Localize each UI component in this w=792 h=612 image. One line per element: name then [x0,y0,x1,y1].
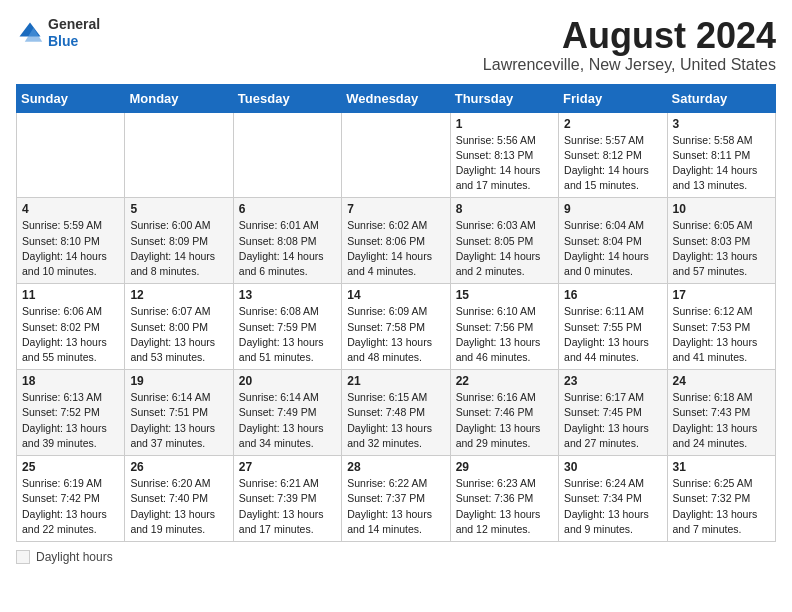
calendar-cell [17,112,125,198]
day-number: 4 [22,202,119,216]
day-info: Sunrise: 6:21 AM Sunset: 7:39 PM Dayligh… [239,476,336,537]
day-info: Sunrise: 6:00 AM Sunset: 8:09 PM Dayligh… [130,218,227,279]
day-number: 10 [673,202,770,216]
day-info: Sunrise: 6:11 AM Sunset: 7:55 PM Dayligh… [564,304,661,365]
calendar-cell: 3Sunrise: 5:58 AM Sunset: 8:11 PM Daylig… [667,112,775,198]
logo-general: General [48,16,100,32]
daylight-box [16,550,30,564]
calendar-cell: 18Sunrise: 6:13 AM Sunset: 7:52 PM Dayli… [17,370,125,456]
day-number: 12 [130,288,227,302]
day-number: 20 [239,374,336,388]
logo-blue: Blue [48,33,78,49]
day-info: Sunrise: 5:56 AM Sunset: 8:13 PM Dayligh… [456,133,553,194]
day-info: Sunrise: 6:20 AM Sunset: 7:40 PM Dayligh… [130,476,227,537]
logo-icon [16,19,44,47]
day-number: 3 [673,117,770,131]
day-info: Sunrise: 6:09 AM Sunset: 7:58 PM Dayligh… [347,304,444,365]
day-number: 11 [22,288,119,302]
calendar-cell [342,112,450,198]
footer-note: Daylight hours [16,550,776,564]
calendar-cell: 30Sunrise: 6:24 AM Sunset: 7:34 PM Dayli… [559,456,667,542]
calendar-cell: 2Sunrise: 5:57 AM Sunset: 8:12 PM Daylig… [559,112,667,198]
calendar: SundayMondayTuesdayWednesdayThursdayFrid… [16,84,776,542]
day-number: 28 [347,460,444,474]
day-info: Sunrise: 6:22 AM Sunset: 7:37 PM Dayligh… [347,476,444,537]
title-area: August 2024 Lawrenceville, New Jersey, U… [483,16,776,74]
weekday-header: Sunday [17,84,125,112]
day-number: 25 [22,460,119,474]
calendar-cell: 8Sunrise: 6:03 AM Sunset: 8:05 PM Daylig… [450,198,558,284]
day-number: 14 [347,288,444,302]
calendar-cell: 28Sunrise: 6:22 AM Sunset: 7:37 PM Dayli… [342,456,450,542]
day-info: Sunrise: 6:05 AM Sunset: 8:03 PM Dayligh… [673,218,770,279]
calendar-cell: 24Sunrise: 6:18 AM Sunset: 7:43 PM Dayli… [667,370,775,456]
weekday-header: Saturday [667,84,775,112]
calendar-cell: 13Sunrise: 6:08 AM Sunset: 7:59 PM Dayli… [233,284,341,370]
day-number: 26 [130,460,227,474]
calendar-cell: 25Sunrise: 6:19 AM Sunset: 7:42 PM Dayli… [17,456,125,542]
day-info: Sunrise: 6:10 AM Sunset: 7:56 PM Dayligh… [456,304,553,365]
calendar-week-row: 4Sunrise: 5:59 AM Sunset: 8:10 PM Daylig… [17,198,776,284]
day-info: Sunrise: 5:58 AM Sunset: 8:11 PM Dayligh… [673,133,770,194]
day-number: 2 [564,117,661,131]
day-number: 30 [564,460,661,474]
calendar-cell [125,112,233,198]
calendar-week-row: 18Sunrise: 6:13 AM Sunset: 7:52 PM Dayli… [17,370,776,456]
day-info: Sunrise: 6:13 AM Sunset: 7:52 PM Dayligh… [22,390,119,451]
day-info: Sunrise: 6:24 AM Sunset: 7:34 PM Dayligh… [564,476,661,537]
day-number: 27 [239,460,336,474]
day-number: 9 [564,202,661,216]
day-number: 7 [347,202,444,216]
subtitle: Lawrenceville, New Jersey, United States [483,56,776,74]
day-info: Sunrise: 5:59 AM Sunset: 8:10 PM Dayligh… [22,218,119,279]
calendar-cell: 5Sunrise: 6:00 AM Sunset: 8:09 PM Daylig… [125,198,233,284]
day-number: 17 [673,288,770,302]
calendar-cell: 7Sunrise: 6:02 AM Sunset: 8:06 PM Daylig… [342,198,450,284]
calendar-cell: 19Sunrise: 6:14 AM Sunset: 7:51 PM Dayli… [125,370,233,456]
day-number: 15 [456,288,553,302]
day-number: 19 [130,374,227,388]
day-number: 24 [673,374,770,388]
day-info: Sunrise: 6:15 AM Sunset: 7:48 PM Dayligh… [347,390,444,451]
calendar-cell: 1Sunrise: 5:56 AM Sunset: 8:13 PM Daylig… [450,112,558,198]
day-info: Sunrise: 5:57 AM Sunset: 8:12 PM Dayligh… [564,133,661,194]
calendar-cell: 15Sunrise: 6:10 AM Sunset: 7:56 PM Dayli… [450,284,558,370]
day-number: 1 [456,117,553,131]
calendar-cell: 23Sunrise: 6:17 AM Sunset: 7:45 PM Dayli… [559,370,667,456]
day-info: Sunrise: 6:14 AM Sunset: 7:49 PM Dayligh… [239,390,336,451]
calendar-cell: 10Sunrise: 6:05 AM Sunset: 8:03 PM Dayli… [667,198,775,284]
day-number: 31 [673,460,770,474]
calendar-cell: 9Sunrise: 6:04 AM Sunset: 8:04 PM Daylig… [559,198,667,284]
day-info: Sunrise: 6:06 AM Sunset: 8:02 PM Dayligh… [22,304,119,365]
day-info: Sunrise: 6:08 AM Sunset: 7:59 PM Dayligh… [239,304,336,365]
calendar-header: SundayMondayTuesdayWednesdayThursdayFrid… [17,84,776,112]
day-number: 5 [130,202,227,216]
day-number: 21 [347,374,444,388]
day-info: Sunrise: 6:19 AM Sunset: 7:42 PM Dayligh… [22,476,119,537]
day-info: Sunrise: 6:17 AM Sunset: 7:45 PM Dayligh… [564,390,661,451]
calendar-cell: 31Sunrise: 6:25 AM Sunset: 7:32 PM Dayli… [667,456,775,542]
header: General Blue August 2024 Lawrenceville, … [16,16,776,74]
day-number: 8 [456,202,553,216]
day-info: Sunrise: 6:07 AM Sunset: 8:00 PM Dayligh… [130,304,227,365]
calendar-cell: 26Sunrise: 6:20 AM Sunset: 7:40 PM Dayli… [125,456,233,542]
calendar-cell: 17Sunrise: 6:12 AM Sunset: 7:53 PM Dayli… [667,284,775,370]
day-info: Sunrise: 6:02 AM Sunset: 8:06 PM Dayligh… [347,218,444,279]
calendar-cell: 14Sunrise: 6:09 AM Sunset: 7:58 PM Dayli… [342,284,450,370]
calendar-cell: 11Sunrise: 6:06 AM Sunset: 8:02 PM Dayli… [17,284,125,370]
calendar-cell: 27Sunrise: 6:21 AM Sunset: 7:39 PM Dayli… [233,456,341,542]
logo-text: General Blue [48,16,100,50]
weekday-header: Thursday [450,84,558,112]
calendar-week-row: 11Sunrise: 6:06 AM Sunset: 8:02 PM Dayli… [17,284,776,370]
calendar-cell: 6Sunrise: 6:01 AM Sunset: 8:08 PM Daylig… [233,198,341,284]
calendar-cell: 22Sunrise: 6:16 AM Sunset: 7:46 PM Dayli… [450,370,558,456]
daylight-label: Daylight hours [36,550,113,564]
weekday-header: Wednesday [342,84,450,112]
calendar-cell: 21Sunrise: 6:15 AM Sunset: 7:48 PM Dayli… [342,370,450,456]
weekday-header: Tuesday [233,84,341,112]
calendar-cell: 4Sunrise: 5:59 AM Sunset: 8:10 PM Daylig… [17,198,125,284]
calendar-body: 1Sunrise: 5:56 AM Sunset: 8:13 PM Daylig… [17,112,776,541]
day-info: Sunrise: 6:12 AM Sunset: 7:53 PM Dayligh… [673,304,770,365]
day-number: 13 [239,288,336,302]
calendar-cell [233,112,341,198]
